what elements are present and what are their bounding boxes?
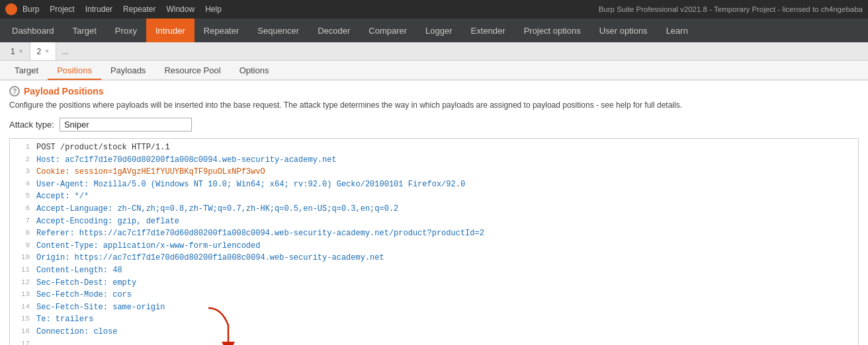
tab-2-label: 2: [37, 47, 42, 56]
window-title: Burp Suite Professional v2021.8 - Tempor…: [599, 5, 863, 13]
code-line-12: 12 Sec-Fetch-Dest: empty: [10, 277, 858, 289]
code-line-8: 8 Referer: https://ac7c1f7d1e70d60d80200…: [10, 227, 858, 240]
code-text-13: Sec-Fetch-Mode: cors: [36, 289, 132, 301]
nav-decoder[interactable]: Decoder: [308, 19, 359, 42]
code-line-14: 14 Sec-Fetch-Site: same-origin: [10, 301, 858, 314]
nav-repeater[interactable]: Repeater: [195, 19, 248, 42]
code-text-3: Cookie: session=1gAVgzHE1fYUUYBKqTF9puOL…: [36, 166, 265, 178]
code-text-8: Referer: https://ac7c1f7d1e70d60d80200f1…: [36, 227, 484, 240]
nav-project-options[interactable]: Project options: [515, 19, 590, 42]
code-text-6: Accept-Language: zh-CN,zh;q=0.8,zh-TW;q=…: [36, 203, 398, 215]
tab-1-label: 1: [11, 47, 15, 56]
code-text-1: POST /product/stock HTTP/1.1: [36, 141, 170, 154]
sub-tab-bar: Target Positions Payloads Resource Pool …: [0, 61, 868, 81]
menu-window[interactable]: Window: [166, 5, 195, 14]
tab-bar: 1 × 2 × ...: [0, 42, 868, 61]
nav-learn[interactable]: Learn: [657, 19, 697, 42]
code-text-4: User-Agent: Mozilla/5.0 (Windows NT 10.0…: [36, 178, 465, 191]
code-line-1: 1 POST /product/stock HTTP/1.1: [10, 141, 858, 154]
code-line-10: 10 Origin: https://ac7c1f7d1e70d60d80200…: [10, 252, 858, 264]
tab-2[interactable]: 2 ×: [30, 42, 57, 60]
nav-sequencer[interactable]: Sequencer: [248, 19, 308, 42]
sub-tab-resource-pool[interactable]: Resource Pool: [155, 61, 230, 80]
tab-more[interactable]: ...: [56, 46, 74, 56]
nav-target[interactable]: Target: [64, 19, 106, 42]
help-icon[interactable]: ?: [9, 86, 20, 96]
section-title: Payload Positions: [24, 86, 104, 96]
code-line-15: 15 Te: trailers: [10, 313, 858, 326]
nav-dashboard[interactable]: Dashboard: [3, 19, 64, 42]
code-line-16: 16 Connection: close: [10, 326, 858, 338]
nav-extender[interactable]: Extender: [462, 19, 515, 42]
attack-type-row: Attack type:: [9, 118, 859, 132]
title-menu: Burp Project Intruder Repeater Window He…: [22, 5, 222, 14]
title-bar: Burp Project Intruder Repeater Window He…: [0, 0, 868, 19]
code-text-15: Te: trailers: [36, 313, 93, 326]
tab-2-close[interactable]: ×: [45, 48, 49, 55]
sub-tab-target[interactable]: Target: [5, 61, 48, 80]
code-line-13: 13 Sec-Fetch-Mode: cors: [10, 289, 858, 301]
description-text: Configure the positions where payloads w…: [9, 99, 859, 111]
main-content: ? Payload Positions Configure the positi…: [0, 81, 868, 345]
burp-logo: [5, 3, 17, 15]
code-text-2: Host: ac7c1f7d1e70d60d80200f1a008c0094.w…: [36, 154, 337, 167]
code-text-9: Content-Type: application/x-www-form-url…: [36, 240, 260, 252]
code-text-16: Connection: close: [36, 326, 117, 338]
code-line-6: 6 Accept-Language: zh-CN,zh;q=0.8,zh-TW;…: [10, 203, 858, 215]
code-text-10: Origin: https://ac7c1f7d1e70d60d80200f1a…: [36, 252, 384, 264]
attack-type-input[interactable]: [60, 118, 192, 132]
code-line-4: 4 User-Agent: Mozilla/5.0 (Windows NT 10…: [10, 178, 858, 191]
menu-project[interactable]: Project: [50, 5, 74, 14]
code-text-14: Sec-Fetch-Site: same-origin: [36, 301, 165, 314]
nav-bar: Dashboard Target Proxy Intruder Repeater…: [0, 19, 868, 42]
menu-help[interactable]: Help: [205, 5, 222, 14]
code-line-5: 5 Accept: */*: [10, 190, 858, 203]
code-text-11: Content-Length: 48: [36, 264, 122, 277]
section-header: ? Payload Positions: [9, 86, 859, 96]
sub-tab-payloads[interactable]: Payloads: [101, 61, 155, 80]
menu-intruder[interactable]: Intruder: [85, 5, 112, 14]
code-line-11: 11 Content-Length: 48: [10, 264, 858, 277]
sub-tab-options[interactable]: Options: [230, 61, 279, 80]
attack-type-label: Attack type:: [9, 120, 54, 130]
sub-tab-positions[interactable]: Positions: [48, 61, 101, 80]
menu-repeater[interactable]: Repeater: [123, 5, 155, 14]
code-text-12: Sec-Fetch-Dest: empty: [36, 277, 136, 289]
code-line-17: 17: [10, 338, 858, 346]
tab-1[interactable]: 1 ×: [4, 42, 30, 60]
code-text-17: [36, 338, 41, 346]
tab-1-close[interactable]: ×: [19, 48, 23, 55]
code-text-7: Accept-Encoding: gzip, deflate: [36, 215, 179, 228]
code-line-7: 7 Accept-Encoding: gzip, deflate: [10, 215, 858, 228]
code-area[interactable]: 1 POST /product/stock HTTP/1.1 2 Host: a…: [9, 138, 859, 345]
nav-proxy[interactable]: Proxy: [106, 19, 146, 42]
nav-user-options[interactable]: User options: [590, 19, 657, 42]
code-line-3: 3 Cookie: session=1gAVgzHE1fYUUYBKqTF9pu…: [10, 166, 858, 178]
nav-comparer[interactable]: Comparer: [359, 19, 416, 42]
nav-intruder[interactable]: Intruder: [146, 19, 195, 42]
code-line-9: 9 Content-Type: application/x-www-form-u…: [10, 240, 858, 252]
code-line-2: 2 Host: ac7c1f7d1e70d60d80200f1a008c0094…: [10, 154, 858, 167]
menu-burp[interactable]: Burp: [22, 5, 39, 14]
code-text-5: Accept: */*: [36, 190, 89, 203]
nav-logger[interactable]: Logger: [416, 19, 461, 42]
